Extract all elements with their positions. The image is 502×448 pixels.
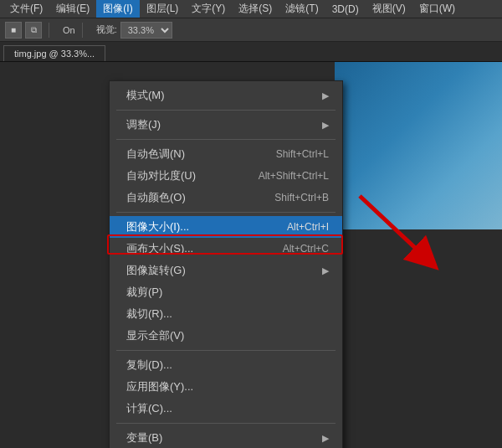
menu-sep-1	[116, 110, 336, 111]
menu-item-duplicate-label: 复制(D)...	[126, 358, 172, 373]
toolbar-square-btn[interactable]: ■	[5, 22, 22, 39]
menu-item-apply-image[interactable]: 应用图像(Y)...	[110, 376, 342, 398]
menu-item-mode[interactable]: 模式(M) ▶	[110, 85, 342, 106]
canvas-area: 模式(M) ▶ 调整(J) ▶ 自动色调(N) Shift+Ctrl+L 自动对…	[0, 62, 502, 448]
menu-image[interactable]: 图像(I)	[96, 0, 139, 18]
menu-view[interactable]: 视图(V)	[366, 0, 412, 18]
menu-3d[interactable]: 3D(D)	[325, 2, 366, 17]
menu-sep-3	[116, 212, 336, 213]
svg-line-1	[360, 196, 427, 259]
menu-item-rotate[interactable]: 图像旋转(G) ▶	[110, 260, 342, 281]
toolbar-view-label: 视觉:	[96, 23, 117, 36]
menu-item-auto-color-shortcut: Shift+Ctrl+B	[274, 192, 329, 203]
menu-item-calculations-label: 计算(C)...	[126, 401, 172, 416]
menu-item-reveal-all[interactable]: 显示全部(V)	[110, 325, 342, 347]
menu-item-calculations[interactable]: 计算(C)...	[110, 398, 342, 420]
menu-item-image-size-label: 图像大小(I)...	[126, 219, 189, 234]
menu-filter[interactable]: 滤镜(T)	[279, 0, 325, 18]
menu-item-trim[interactable]: 裁切(R)...	[110, 303, 342, 325]
menu-item-duplicate[interactable]: 复制(D)...	[110, 354, 342, 376]
menu-item-variables-arrow: ▶	[322, 433, 329, 444]
menu-item-auto-contrast-shortcut: Alt+Shift+Ctrl+L	[259, 170, 329, 182]
menu-item-rotate-arrow: ▶	[322, 265, 329, 276]
menu-item-adjust-arrow: ▶	[322, 120, 329, 131]
menu-item-auto-color-label: 自动颜色(O)	[126, 190, 186, 205]
menu-item-auto-tone[interactable]: 自动色调(N) Shift+Ctrl+L	[110, 143, 342, 165]
menu-sep-5	[116, 423, 336, 424]
menu-text[interactable]: 文字(Y)	[185, 0, 232, 18]
menu-edit[interactable]: 编辑(E)	[49, 0, 96, 18]
menu-item-crop[interactable]: 裁剪(P)	[110, 281, 342, 303]
menu-window[interactable]: 窗口(W)	[412, 0, 462, 18]
red-arrow-overlay	[351, 188, 452, 288]
toolbar-separator-1	[49, 23, 49, 38]
menu-item-canvas-size[interactable]: 画布大小(S)... Alt+Ctrl+C	[110, 238, 342, 260]
menu-file[interactable]: 文件(F)	[3, 0, 49, 18]
menu-item-rotate-label: 图像旋转(G)	[126, 263, 186, 278]
menu-item-auto-tone-label: 自动色调(N)	[126, 147, 185, 162]
menu-item-canvas-size-shortcut: Alt+Ctrl+C	[283, 243, 329, 255]
menu-sep-4	[116, 350, 336, 351]
menu-item-canvas-size-label: 画布大小(S)...	[126, 241, 193, 256]
menu-select[interactable]: 选择(S)	[232, 0, 279, 18]
tabbar: timg.jpg @ 33.3%...	[0, 42, 502, 62]
menu-item-auto-tone-shortcut: Shift+Ctrl+L	[276, 148, 329, 160]
toolbar-zoom-select[interactable]: 33.3% 50% 100%	[120, 22, 172, 39]
toolbar-on-label: On	[63, 25, 75, 35]
menu-item-auto-contrast-label: 自动对比度(U)	[126, 168, 196, 183]
menubar: 文件(F) 编辑(E) 图像(I) 图层(L) 文字(Y) 选择(S) 滤镜(T…	[0, 0, 502, 18]
menu-item-trim-label: 裁切(R)...	[126, 306, 172, 322]
menu-item-variables[interactable]: 变量(B) ▶	[110, 427, 342, 448]
menu-sep-2	[116, 139, 336, 140]
image-dropdown-menu: 模式(M) ▶ 调整(J) ▶ 自动色调(N) Shift+Ctrl+L 自动对…	[109, 80, 343, 448]
menu-item-reveal-all-label: 显示全部(V)	[126, 328, 184, 343]
menu-item-variables-label: 变量(B)	[126, 430, 162, 445]
menu-item-auto-contrast[interactable]: 自动对比度(U) Alt+Shift+Ctrl+L	[110, 165, 342, 187]
menu-item-adjust[interactable]: 调整(J) ▶	[110, 114, 342, 136]
menu-item-mode-label: 模式(M)	[126, 88, 165, 103]
menu-item-adjust-label: 调整(J)	[126, 117, 161, 132]
menu-item-image-size[interactable]: 图像大小(I)... Alt+Ctrl+I	[110, 216, 342, 238]
menu-item-apply-image-label: 应用图像(Y)...	[126, 379, 193, 394]
tab-timg[interactable]: timg.jpg @ 33.3%...	[3, 45, 105, 61]
menu-item-crop-label: 裁剪(P)	[126, 285, 162, 300]
menu-item-mode-arrow: ▶	[322, 90, 329, 101]
toolbar: ■ ⧉ On 视觉: 33.3% 50% 100%	[0, 18, 502, 42]
menu-layer[interactable]: 图层(L)	[140, 0, 186, 18]
menu-item-auto-color[interactable]: 自动颜色(O) Shift+Ctrl+B	[110, 187, 342, 209]
menu-item-image-size-shortcut: Alt+Ctrl+I	[287, 221, 329, 233]
toolbar-separator-2	[82, 23, 83, 38]
toolbar-copy-btn[interactable]: ⧉	[25, 22, 42, 39]
